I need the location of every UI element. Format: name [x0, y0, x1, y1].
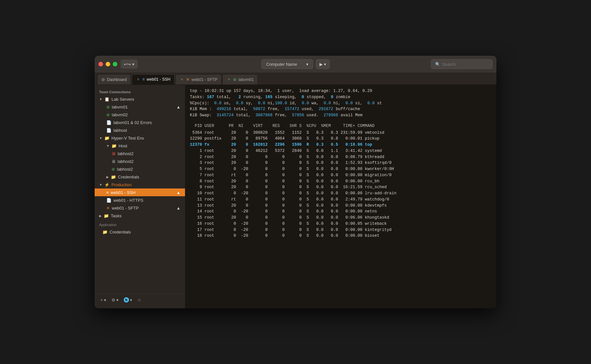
sidebar-item-labvm02[interactable]: ⊛ labvm02	[95, 111, 185, 119]
terminal-line-4: KiB Mem : 499216 total, 50072 free, 1574…	[190, 106, 492, 112]
sidebar: Team Connections ▼ 📋 Lab Servers ⊛ labvm…	[95, 85, 185, 308]
minimize-button[interactable]	[106, 62, 110, 66]
labhost2-3-label: labhost2	[117, 167, 133, 172]
process-row: 14 root 0 -20 0 0 0 S 0.0 0.0 0:00.00 ne…	[190, 209, 492, 215]
web01-ssh-icon: ≡	[106, 190, 109, 195]
sidebar-item-web01-sftp[interactable]: ✕ web01 - SFTP ▲	[95, 204, 185, 212]
titlebar-center: Computer Name ▾ ▶ ▾	[261, 59, 330, 69]
sidebar-item-production[interactable]: ▼ ⚡ Production	[95, 181, 185, 188]
labhost2-1-icon: 🖥	[111, 151, 116, 156]
sidebar-item-web01-https[interactable]: 📄 web01 - HTTPS	[95, 196, 185, 204]
sidebar-item-labhost2-3[interactable]: ⊛ labhost2	[95, 165, 185, 173]
sidebar-footer: + ▾ ⚙ ▾ N ▾ ☆	[95, 294, 185, 306]
sidebar-item-labhost2-2[interactable]: 🖥 labhost2	[95, 157, 185, 165]
computer-name-chevron: ▾	[306, 62, 308, 67]
lab-servers-icon: 📋	[104, 97, 110, 102]
labhost2-1-label: labhost2	[118, 151, 133, 156]
play-chevron: ▾	[324, 62, 326, 67]
search-icon: 🔍	[435, 62, 440, 67]
web01-sftp-label: web01 - SFTP	[112, 206, 139, 210]
sidebar-item-app-credentials[interactable]: 📁 Credentials	[95, 228, 185, 236]
process-row: 5 root 0 -20 0 0 0 S 0.0 0.0 0:00.00 kwo…	[190, 166, 492, 172]
labvm01-upload-icon: ▲	[176, 105, 180, 109]
process-row: 10 root 0 -20 0 0 0 S 0.0 0.0 0:00.00 lr…	[190, 190, 492, 197]
web01-ssh-tab-close[interactable]: ✕	[136, 77, 140, 82]
hyperv-label: Hyper-V Test Env	[111, 136, 144, 141]
process-row: 18 root 0 -20 0 0 0 S 0.0 0.0 0:00.00 bi…	[190, 233, 492, 239]
tab-web01-sftp[interactable]: ✕ ✕ web01 - SFTP	[175, 74, 222, 85]
process-row: 13 root 20 0 0 0 0 S 0.0 0.0 0:00.00 kde…	[190, 203, 492, 209]
arrow-icon: ▼	[106, 144, 110, 148]
sidebar-item-lab-servers[interactable]: ▼ 📋 Lab Servers	[95, 95, 185, 103]
terminal-line-5: KiB Swap: 3145724 total, 3087868 free, 5…	[190, 112, 492, 119]
gear-icon: ⚙	[111, 298, 115, 302]
nav-back-forward-button[interactable]: ↩↪ ▾	[121, 60, 138, 69]
sidebar-item-labhost2-1[interactable]: 🖥 labhost2	[95, 150, 185, 157]
play-icon: ▶	[319, 62, 323, 67]
sidebar-item-web01-ssh[interactable]: ≡ web01 - SSH ▲	[95, 188, 185, 196]
computer-name-dropdown[interactable]: Computer Name ▾	[261, 59, 313, 69]
sidebar-item-labvm01[interactable]: ⊛ labvm01 ▲	[95, 103, 185, 111]
tab-labvm01[interactable]: ✕ ⊛ labvm01	[222, 74, 258, 85]
play-button[interactable]: ▶ ▾	[316, 59, 330, 69]
terminal-line-1: top - 10:02:31 up 157 days, 18:34, 1 use…	[190, 88, 492, 94]
labvm02-label: labvm02	[112, 112, 128, 117]
web01-sftp-sidebar-icon: ✕	[106, 206, 110, 210]
arrow-icon: ▼	[99, 97, 102, 101]
arrow-icon: ▶	[106, 175, 109, 179]
application-header: Application	[95, 220, 185, 228]
lab-servers-label: Lab Servers	[111, 97, 134, 102]
arrow-icon: ▶	[99, 214, 102, 218]
close-button[interactable]	[98, 62, 103, 66]
labhost2-2-label: labhost2	[118, 159, 133, 164]
process-row: 16 root 0 -20 0 0 0 S 0.0 0.0 0:00.05 wr…	[190, 221, 492, 227]
web01-sftp-tab-label: web01 - SFTP	[191, 77, 217, 82]
web01-ssh-tab-icon: ≡	[142, 77, 145, 82]
sidebar-item-tasks[interactable]: ▶ 📁 Tasks	[95, 212, 185, 220]
tab-dashboard[interactable]: ⊘ Dashboard	[97, 74, 131, 85]
process-row: 17 root 0 -20 0 0 0 S 0.0 0.0 0:00.00 ki…	[190, 227, 492, 233]
labvm01-tab-close[interactable]: ✕	[226, 77, 231, 82]
terminal-table-header: PID USER PR NI VIRT RES SHR S %CPU %MEM …	[190, 123, 492, 129]
add-button[interactable]: + ▾	[99, 297, 108, 303]
process-row: 15 root 20 0 0 0 0 S 0.0 0.0 0:06.06 khu…	[190, 215, 492, 221]
host-label: Host	[119, 143, 127, 148]
fullscreen-button[interactable]	[113, 62, 117, 66]
labhost-label: labhost	[113, 128, 127, 133]
gear-button[interactable]: ⚙ ▾	[110, 297, 120, 303]
process-row: 5364 root 20 0 300820 1552 1152 S 0.3 0.…	[190, 130, 492, 136]
web01-ssh-upload-icon: ▲	[176, 190, 180, 195]
tab-bar: ⊘ Dashboard ✕ ≡ web01 - SSH ✕ ✕ web01 - …	[95, 73, 496, 85]
sidebar-item-host-group[interactable]: ▼ 📁 Host	[95, 142, 185, 150]
terminal-line-2: Tasks: 167 total, 2 running, 165 sleepin…	[190, 94, 492, 100]
web01-https-label: web01 - HTTPS	[113, 198, 143, 203]
main-window: ↩↪ ▾ Computer Name ▾ ▶ ▾ 🔍 ⊘ Dashboard ✕…	[95, 56, 496, 308]
process-table: 5364 root 20 0 300820 1552 1152 S 0.3 0.…	[190, 130, 492, 239]
star-button[interactable]: ☆	[136, 297, 143, 303]
titlebar: ↩↪ ▾ Computer Name ▾ ▶ ▾ 🔍	[95, 56, 496, 73]
sidebar-item-labvm01-02-errors[interactable]: 📄 labvm01 & 02 Errors	[95, 119, 185, 126]
terminal-content[interactable]: top - 10:02:31 up 157 days, 18:34, 1 use…	[185, 85, 496, 308]
search-bar[interactable]: 🔍	[431, 59, 492, 69]
web01-ssh-label: web01 - SSH	[111, 190, 136, 195]
nav-icon: ↩↪	[124, 62, 131, 67]
sidebar-item-credentials-group[interactable]: ▶ 📁 Credentials	[95, 173, 185, 181]
labhost2-2-icon: 🖥	[111, 159, 116, 164]
web01-sftp-tab-icon: ✕	[186, 77, 190, 82]
team-connections-header: Team Connections	[95, 87, 185, 95]
process-row: 7 root rt 0 0 0 0 S 0.0 0.0 0:00.00 migr…	[190, 172, 492, 178]
process-row: 11 root rt 0 0 0 0 S 0.0 0.0 2:49.79 wat…	[190, 197, 492, 203]
sidebar-item-hyperv[interactable]: ▼ 📁 Hyper-V Test Env	[95, 134, 185, 142]
n-icon: N	[124, 297, 129, 302]
sidebar-item-labhost[interactable]: 📄 labhost	[95, 126, 185, 134]
nav-chevron: ▾	[132, 62, 134, 67]
errors-label: labvm01 & 02 Errors	[113, 120, 152, 125]
web01-ssh-tab-label: web01 - SSH	[146, 77, 170, 82]
labvm01-tab-icon: ⊛	[233, 77, 237, 82]
web01-sftp-tab-close[interactable]: ✕	[180, 77, 184, 82]
search-input[interactable]	[442, 62, 488, 67]
n-button[interactable]: N ▾	[122, 297, 133, 303]
n-chevron: ▾	[130, 298, 132, 302]
tab-web01-ssh[interactable]: ✕ ≡ web01 - SSH	[132, 74, 175, 85]
tasks-label: Tasks	[111, 213, 122, 218]
